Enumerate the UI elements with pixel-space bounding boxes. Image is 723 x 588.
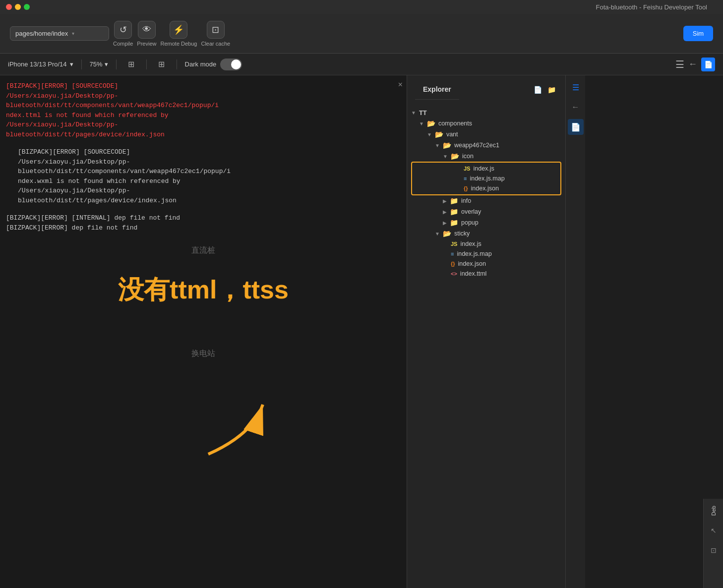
error-line-2a: [BIZPACK][ERROR] [SOURCECODE] [18, 147, 401, 157]
error-line-2f: bluetooth/dist/tt/pages/device/index.jso… [18, 196, 401, 206]
sticky-indexjson-label: index.json [458, 260, 486, 267]
tree-components[interactable]: ▼ 📂 components [407, 118, 565, 129]
sidebar-file-icon[interactable]: 📄 [568, 119, 584, 135]
close-button[interactable] [6, 4, 12, 10]
device-selector[interactable]: iPhone 13/13 Pro/14 ▾ [8, 60, 73, 68]
error-line-1c: bluetooth/dist/tt/components/vant/weapp4… [6, 101, 401, 111]
overlay-label: overlay [461, 208, 481, 215]
tree-icon-folder[interactable]: ▼ 📂 icon [407, 151, 565, 162]
arrow-annotation [179, 395, 278, 459]
minimize-button[interactable] [15, 4, 21, 10]
sticky-json-icon: {} [451, 261, 455, 267]
sticky-map-icon: ≡ [451, 251, 454, 257]
toggle-knob [231, 59, 241, 69]
path-selector[interactable]: pages/home/index ▾ [10, 26, 109, 41]
info-label: info [461, 197, 471, 204]
toolbar-right: Sim [683, 26, 713, 41]
device-name: iPhone 13/13 Pro/14 [8, 60, 67, 68]
back-arrow-icon[interactable]: ← [688, 59, 697, 69]
tree-vant[interactable]: ▼ 📂 vant [407, 129, 565, 140]
overlay-arrow-icon: ▶ [443, 209, 447, 215]
tree-weapp[interactable]: ▼ 📂 weapp467c2ec1 [407, 140, 565, 151]
remote-debug-label: Remote Debug [160, 41, 197, 47]
resize-icon[interactable]: ⊞ [124, 58, 138, 71]
preview-label: Preview [137, 41, 156, 47]
error-line-2c: bluetooth/dist/tt/components/vant/weapp4… [18, 167, 401, 176]
error-line-3b: [BIZPACK][ERROR] dep file not find [6, 223, 401, 233]
dark-mode-toggle[interactable]: Dark mode [185, 59, 242, 70]
device-chevron-icon: ▾ [70, 60, 73, 68]
tree-popup[interactable]: ▶ 📁 popup [407, 217, 565, 228]
icon-arrow-icon: ▼ [443, 154, 448, 159]
sidebar-list-icon[interactable]: ☰ [568, 79, 584, 95]
indexjson-label: index.json [471, 185, 499, 192]
sticky-indexjs-label: index.js [460, 240, 481, 247]
tree-icon-indexjsmap[interactable]: ≡ index.js.map [412, 174, 560, 183]
vant-folder-icon: 📂 [435, 130, 443, 138]
fullscreen-button[interactable] [24, 4, 30, 10]
remote-debug-button[interactable]: ⚡ Remote Debug [160, 21, 197, 47]
icon-label: icon [462, 153, 474, 160]
error-line-2b: /Users/xiaoyu.jia/Desktop/pp- [18, 157, 401, 167]
clear-cache-icon: ⊡ [207, 21, 225, 39]
zoom-selector[interactable]: 75% ▾ [90, 60, 108, 68]
tree-info[interactable]: ▶ 📁 info [407, 195, 565, 206]
close-icon[interactable]: × [398, 79, 403, 91]
signin-button[interactable]: Sim [683, 26, 713, 41]
new-file-icon[interactable]: 📄 [532, 84, 543, 96]
tt-arrow-icon: ▼ [411, 110, 416, 116]
clear-cache-button[interactable]: ⊡ Clear cache [201, 21, 230, 47]
sticky-label: sticky [454, 230, 470, 237]
sticky-indexjsmap-label: index.js.map [457, 250, 491, 257]
popup-folder-icon: 📁 [450, 219, 458, 227]
popup-label: popup [461, 219, 479, 226]
sticky-js-icon: JS [451, 241, 457, 247]
sticky-arrow-icon: ▼ [435, 231, 440, 236]
traffic-lights [6, 4, 30, 10]
tree-icon-indexjson[interactable]: {} index.json [412, 183, 560, 193]
explorer-title-row: Explorer 📄 📁 [407, 75, 565, 104]
device-bar-right: ☰ ← 📄 [675, 58, 715, 71]
chinese-label-swap: 换电站 [6, 344, 401, 363]
icon-files-highlight-box: JS index.js ≡ index.js.map {} index.json [411, 162, 561, 195]
sticky-indexttml-label: index.ttml [460, 270, 487, 277]
device-bar: iPhone 13/13 Pro/14 ▾ 75% ▾ ⊞ ⊞ Dark mod… [0, 54, 723, 75]
file-blue-icon[interactable]: 📄 [701, 58, 715, 71]
tree-sticky-indexjson[interactable]: {} index.json [407, 259, 565, 269]
chinese-label-dc: 直流桩 [6, 240, 401, 260]
tree-root-tt[interactable]: ▼ TT [407, 108, 565, 118]
compile-button[interactable]: ↺ Compile [113, 21, 133, 47]
main-content: × [BIZPACK][ERROR] [SOURCECODE] /Users/x… [0, 75, 723, 588]
dark-mode-switch[interactable] [220, 59, 242, 70]
popup-arrow-icon: ▶ [443, 220, 447, 226]
menu-list-icon[interactable]: ☰ [675, 59, 684, 70]
error-block-1: [BIZPACK][ERROR] [SOURCECODE] /Users/xia… [6, 81, 401, 139]
components-folder-icon: 📂 [427, 119, 435, 127]
layout-icon[interactable]: ⊞ [155, 58, 169, 71]
path-text: pages/home/index [15, 30, 68, 37]
info-arrow-icon: ▶ [443, 198, 447, 204]
weapp-folder-icon: 📂 [443, 141, 451, 149]
icon-folder-icon: 📂 [451, 152, 459, 160]
tree-sticky-indexttml[interactable]: <> index.ttml [407, 269, 565, 279]
error-line-1f: bluetooth/dist/tt/pages/device/index.jso… [6, 130, 401, 140]
console-panel[interactable]: × [BIZPACK][ERROR] [SOURCECODE] /Users/x… [0, 75, 407, 588]
new-folder-icon[interactable]: 📁 [545, 84, 557, 96]
sidebar-back-icon[interactable]: ← [568, 99, 584, 115]
explorer-tree: ▼ TT ▼ 📂 components ▼ 📂 vant ▼ 📂 weapp46… [407, 104, 565, 588]
tree-sticky-indexjs[interactable]: JS index.js [407, 239, 565, 249]
vant-arrow-icon: ▼ [427, 132, 432, 137]
sticky-folder-icon: 📂 [443, 230, 451, 237]
tree-icon-indexjs[interactable]: JS index.js [412, 164, 560, 174]
weapp-label: weapp467c2ec1 [454, 142, 499, 149]
remote-debug-icon: ⚡ [170, 21, 187, 39]
preview-button[interactable]: 👁 Preview [137, 21, 156, 47]
preview-icon: 👁 [138, 21, 156, 39]
tree-sticky-indexjsmap[interactable]: ≡ index.js.map [407, 249, 565, 259]
title-bar: Fota-bluetooth - Feishu Developer Tool [0, 0, 723, 14]
map-file-icon: ≡ [464, 176, 467, 181]
error-line-1a: [BIZPACK][ERROR] [SOURCECODE] [6, 81, 401, 91]
zoom-level: 75% [90, 60, 103, 68]
tree-sticky[interactable]: ▼ 📂 sticky [407, 228, 565, 239]
tree-overlay[interactable]: ▶ 📁 overlay [407, 206, 565, 217]
